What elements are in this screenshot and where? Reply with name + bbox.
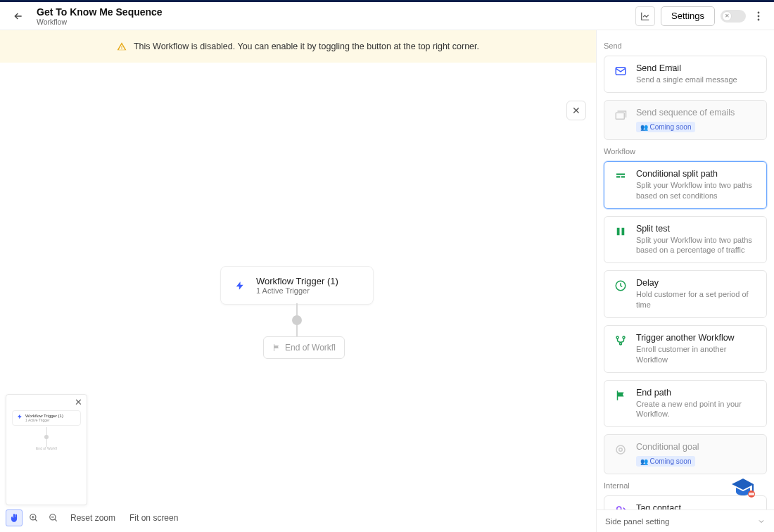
trigger-node-title: Workflow Trigger (1)	[256, 276, 338, 286]
action-desc: Hold customer for a set period of time	[636, 289, 758, 310]
action-conditional-goal: Conditional goal Coming soon	[604, 434, 767, 474]
end-of-workflow-node[interactable]: End of Workfl	[263, 336, 345, 359]
zoom-in-icon	[29, 513, 39, 523]
page-subtitle: Workflow	[37, 18, 163, 26]
target-icon	[613, 443, 628, 467]
envelope-icon	[613, 65, 628, 85]
svg-point-1	[758, 15, 760, 17]
graduation-cap-icon	[730, 477, 756, 498]
trigger-node[interactable]: Workflow Trigger (1) 1 Active Trigger	[220, 266, 374, 305]
chevron-down-icon	[757, 517, 766, 526]
fit-on-screen-button[interactable]: Fit on screen	[124, 513, 184, 523]
minimap-end-label: End of Workfl	[36, 446, 57, 450]
svg-rect-9	[621, 176, 625, 177]
page-title: Get To Know Me Sequence	[37, 6, 163, 18]
disabled-warning-banner: This Workflow is disabled. You can enabl…	[0, 30, 596, 63]
svg-point-15	[620, 343, 622, 345]
svg-point-2	[758, 18, 760, 20]
app-header: Get To Know Me Sequence Workflow Setting…	[0, 2, 774, 30]
action-title: End path	[636, 388, 758, 398]
split-path-icon	[613, 170, 628, 201]
svg-rect-8	[616, 176, 620, 177]
action-desc: Enroll customer in another Workflow	[636, 344, 758, 365]
close-icon: ✕	[572, 105, 580, 116]
svg-point-16	[616, 445, 625, 454]
minimap-dot	[44, 435, 49, 439]
side-panel-footer[interactable]: Side panel setting	[597, 509, 774, 532]
hand-icon	[9, 513, 19, 523]
canvas-toolbar: Reset zoom Fit on screen	[6, 509, 184, 526]
lightning-icon	[232, 278, 248, 293]
more-vertical-icon	[757, 11, 760, 21]
grab-tool-button[interactable]	[6, 509, 23, 526]
settings-button[interactable]: Settings	[661, 6, 715, 26]
clock-icon	[613, 279, 628, 310]
action-desc: Split your Workflow into two paths based…	[636, 180, 758, 201]
analytics-button[interactable]	[635, 6, 655, 26]
action-title: Send sequence of emails	[636, 108, 735, 118]
action-title: Send Email	[636, 63, 737, 73]
flag-icon	[272, 343, 281, 352]
coming-soon-badge: Coming soon	[636, 456, 695, 467]
svg-rect-6	[616, 113, 624, 119]
action-desc: Send a single email message	[636, 75, 737, 85]
minimap-trigger-node: Workflow Trigger (1) 1 Active Trigger	[12, 410, 81, 426]
end-node-label: End of Workfl	[285, 343, 336, 353]
cursor-icon	[671, 65, 678, 72]
workflow-canvas[interactable]: This Workflow is disabled. You can enabl…	[0, 30, 596, 532]
action-conditional-split[interactable]: Conditional split path Split your Workfl…	[604, 161, 767, 209]
action-title: Conditional split path	[636, 169, 758, 179]
side-footer-label: Side panel setting	[605, 517, 669, 526]
add-step-dot[interactable]	[292, 315, 302, 325]
toggle-knob-icon: ✕	[722, 11, 732, 21]
enable-toggle[interactable]: ✕	[721, 10, 746, 23]
action-send-sequence: Send sequence of emails Coming soon	[604, 100, 767, 140]
action-delay[interactable]: Delay Hold customer for a set period of …	[604, 270, 767, 318]
minimap: ✕ Workflow Trigger (1) 1 Active Trigger …	[6, 394, 87, 505]
envelope-stack-icon	[613, 109, 628, 132]
section-workflow: Workflow	[604, 147, 767, 156]
minimap-close-button[interactable]: ✕	[75, 397, 82, 407]
branch-icon	[613, 334, 628, 365]
coming-soon-badge: Coming soon	[636, 122, 695, 132]
action-desc: Split your Workflow into two paths based…	[636, 235, 758, 256]
svg-rect-11	[622, 227, 625, 235]
action-split-test[interactable]: Split test Split your Workflow into two …	[604, 216, 767, 264]
trigger-node-subtitle: 1 Active Trigger	[256, 286, 338, 295]
reset-zoom-button[interactable]: Reset zoom	[65, 513, 121, 523]
svg-point-14	[623, 336, 625, 338]
more-menu-button[interactable]	[751, 6, 766, 26]
action-trigger-workflow[interactable]: Trigger another Workflow Enroll customer…	[604, 325, 767, 373]
header-title-block: Get To Know Me Sequence Workflow	[37, 6, 163, 26]
close-side-panel-button[interactable]: ✕	[566, 101, 586, 120]
action-desc: Create a new end point in your Workflow.	[636, 399, 758, 420]
svg-point-13	[616, 336, 618, 338]
section-send: Send	[604, 42, 767, 50]
svg-point-17	[619, 448, 623, 452]
actions-side-panel: Send Send Email Send a single email mess…	[596, 30, 774, 532]
split-test-icon	[613, 225, 628, 256]
zoom-in-button[interactable]	[25, 509, 42, 526]
action-title: Split test	[636, 224, 758, 234]
action-end-path[interactable]: End path Create a new end point in your …	[604, 380, 767, 428]
warning-icon	[117, 42, 127, 51]
svg-rect-7	[616, 173, 625, 175]
action-send-email[interactable]: Send Email Send a single email message	[604, 56, 767, 93]
warning-text: This Workflow is disabled. You can enabl…	[134, 42, 479, 51]
action-title: Trigger another Workflow	[636, 333, 758, 343]
flag-checkered-icon	[613, 389, 628, 420]
svg-rect-10	[617, 227, 620, 235]
zoom-out-button[interactable]	[45, 509, 62, 526]
zoom-out-icon	[49, 513, 58, 523]
svg-rect-20	[749, 493, 754, 495]
action-title: Delay	[636, 278, 758, 288]
svg-point-0	[758, 11, 760, 13]
help-widget[interactable]	[730, 477, 756, 498]
back-button[interactable]	[8, 6, 28, 26]
action-title: Conditional goal	[636, 442, 699, 452]
chart-icon	[640, 11, 650, 21]
